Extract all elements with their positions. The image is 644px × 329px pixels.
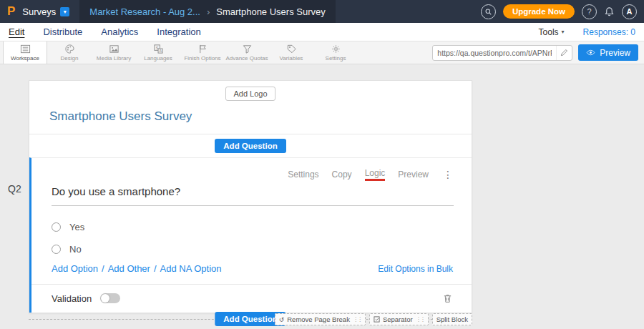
search-icon xyxy=(484,8,492,16)
survey-card: Add Logo Smartphone Users Survey Add Que… xyxy=(29,80,472,313)
tab-analytics[interactable]: Analytics xyxy=(101,26,138,37)
survey-url-input[interactable] xyxy=(433,49,556,57)
add-na-option-link[interactable]: Add NA Option xyxy=(160,263,222,274)
languages-icon: SA xyxy=(153,44,164,54)
tab-distribute[interactable]: Distribute xyxy=(43,26,82,37)
question-action-logic[interactable]: Logic xyxy=(365,168,386,181)
preview-button[interactable]: Preview xyxy=(578,44,638,61)
survey-title[interactable]: Smartphone Users Survey xyxy=(29,105,472,134)
option-label[interactable]: No xyxy=(69,244,82,255)
question-action-preview[interactable]: Preview xyxy=(398,170,429,180)
toggle-knob xyxy=(101,294,109,303)
kebab-menu-icon[interactable]: ⋮ xyxy=(443,169,453,180)
validation-label: Validation xyxy=(52,293,92,304)
chevron-down-icon: ▾ xyxy=(562,29,565,35)
add-question-row: Add Question xyxy=(29,134,472,157)
question-text[interactable]: Do you use a smartphone? xyxy=(52,185,454,206)
question-action-settings[interactable]: Settings xyxy=(288,170,318,180)
surveys-menu[interactable]: Surveys ▾ xyxy=(22,6,69,17)
drag-handle-icon: ⋮⋮ xyxy=(416,316,424,323)
gear-icon xyxy=(331,44,341,54)
toolbar-item-label: Design xyxy=(61,55,79,62)
questionpro-logo[interactable]: P xyxy=(7,4,15,19)
drag-handle-icon: ⋮⋮ xyxy=(353,316,361,323)
toolbar-item-design[interactable]: Design xyxy=(47,41,92,64)
edit-url-pencil-icon[interactable] xyxy=(556,46,572,60)
upgrade-button[interactable]: Upgrade Now xyxy=(503,4,575,19)
toolbar-item-workspace[interactable]: Workspace xyxy=(3,41,47,64)
add-logo-button[interactable]: Add Logo xyxy=(225,87,275,101)
workspace-icon xyxy=(20,44,31,54)
preview-button-label: Preview xyxy=(600,48,630,58)
separator-label: Separator xyxy=(383,315,413,323)
breadcrumb-separator-icon: › xyxy=(207,6,210,17)
toolbar-item-languages[interactable]: SA Languages xyxy=(136,41,180,64)
responses-count[interactable]: Responses: 0 xyxy=(583,27,635,37)
toolbar-item-finish-options[interactable]: Finish Options xyxy=(180,41,225,64)
option-row-no[interactable]: No xyxy=(52,238,452,260)
logo-row: Add Logo xyxy=(29,81,472,105)
funnel-icon xyxy=(242,44,253,54)
design-palette-icon xyxy=(64,44,75,54)
add-option-link[interactable]: Add Option xyxy=(52,263,98,274)
remove-page-break-icon: ↺ xyxy=(279,316,285,323)
page-footer: Add Question ↺ Remove Page Break ⋮⋮ Sepa… xyxy=(29,313,472,328)
svg-text:A: A xyxy=(159,49,162,53)
breadcrumb: Market Research - Aug 2... › Smartphone … xyxy=(79,0,335,23)
toolbar-item-label: Workspace xyxy=(11,55,39,62)
toolbar-item-label: Media Library xyxy=(97,55,131,62)
toolbar-item-label: Finish Options xyxy=(184,55,220,62)
toolbar-item-advance-quotas[interactable]: Advance Quotas xyxy=(225,41,269,64)
toolbar-item-label: Advance Quotas xyxy=(225,55,268,62)
remove-page-break-button[interactable]: ↺ Remove Page Break ⋮⋮ xyxy=(275,313,366,325)
question-block: Settings Copy Logic Preview ⋮ Do you use… xyxy=(29,157,472,313)
toolbar-item-label: Languages xyxy=(144,55,172,62)
breadcrumb-current: Smartphone Users Survey xyxy=(216,6,325,17)
slash-separator: / xyxy=(102,263,104,274)
image-icon xyxy=(109,44,119,54)
toolbar-item-variables[interactable]: Variables xyxy=(269,41,313,64)
notifications-bell-icon[interactable] xyxy=(604,6,615,17)
tag-icon xyxy=(286,44,297,54)
separator-button[interactable]: Separator ⋮⋮ xyxy=(369,313,429,325)
question-action-copy[interactable]: Copy xyxy=(332,170,352,180)
toolbar-item-label: Variables xyxy=(280,55,303,62)
surveys-menu-label: Surveys xyxy=(22,6,56,17)
search-button[interactable] xyxy=(481,4,496,19)
top-header: P Surveys ▾ Market Research - Aug 2... ›… xyxy=(0,0,644,23)
main-nav: Edit Distribute Analytics Integration To… xyxy=(0,23,644,41)
tab-integration[interactable]: Integration xyxy=(157,26,200,37)
add-other-link[interactable]: Add Other xyxy=(108,263,150,274)
breadcrumb-parent[interactable]: Market Research - Aug 2... xyxy=(89,6,200,17)
editor-canvas: Q2 Add Logo Smartphone Users Survey Add … xyxy=(0,64,644,329)
finish-flag-icon xyxy=(197,44,208,54)
tab-edit[interactable]: Edit xyxy=(9,26,24,37)
separator-checkbox-icon xyxy=(374,316,380,323)
option-add-links: Add Option / Add Other / Add NA Option E… xyxy=(52,263,453,274)
toolbar-item-settings[interactable]: Settings xyxy=(313,41,358,64)
option-row-yes[interactable]: Yes xyxy=(52,216,452,238)
validation-toggle[interactable] xyxy=(100,293,120,303)
radio-icon[interactable] xyxy=(52,245,61,254)
split-block-button[interactable]: Split Block xyxy=(432,313,472,325)
chevron-down-icon: ▾ xyxy=(60,7,69,16)
eye-icon xyxy=(586,48,595,57)
question-number: Q2 xyxy=(8,183,21,195)
add-question-button-top[interactable]: Add Question xyxy=(215,139,286,153)
page-footer-buttons: ↺ Remove Page Break ⋮⋮ Separator ⋮⋮ Spli… xyxy=(275,313,472,325)
avatar[interactable]: A xyxy=(622,4,637,19)
survey-toolbar: Workspace Design Media Library SA Langua… xyxy=(0,41,644,64)
toolbar-item-label: Settings xyxy=(326,55,346,62)
help-button[interactable]: ? xyxy=(582,4,597,19)
remove-page-break-label: Remove Page Break xyxy=(287,315,350,323)
delete-question-trash-icon[interactable] xyxy=(442,293,453,304)
edit-options-bulk-link[interactable]: Edit Options in Bulk xyxy=(378,264,453,274)
tools-menu-label: Tools xyxy=(539,27,559,37)
slash-separator: / xyxy=(154,263,157,274)
tools-menu[interactable]: Tools ▾ xyxy=(539,27,565,37)
option-label[interactable]: Yes xyxy=(69,222,84,232)
questionpro-app: P Surveys ▾ Market Research - Aug 2... ›… xyxy=(0,0,644,329)
survey-url-field xyxy=(432,45,572,61)
toolbar-item-media-library[interactable]: Media Library xyxy=(92,41,136,64)
radio-icon[interactable] xyxy=(52,222,61,232)
